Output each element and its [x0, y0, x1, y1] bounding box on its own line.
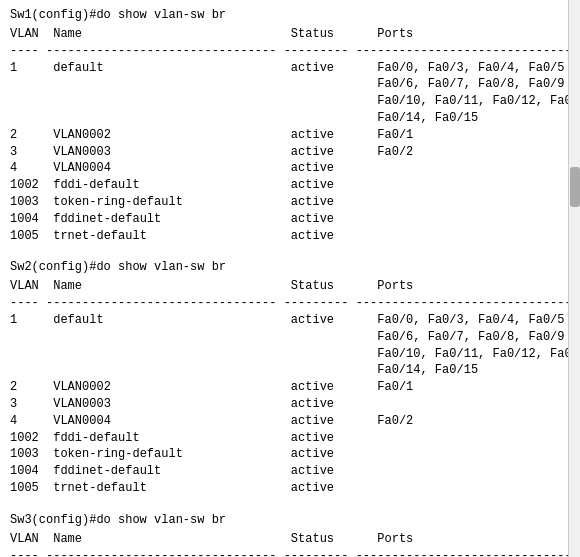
row-vlan: 1005 — [10, 481, 53, 495]
row-vlan: 1002 — [10, 431, 53, 445]
row-vlan: 2 — [10, 380, 53, 394]
header-vlan: VLAN — [10, 532, 53, 546]
row-status: active — [291, 397, 377, 411]
command-line-2: Sw2(config)#do show vlan-sw br — [10, 260, 570, 274]
row-ports: Fa0/1 — [377, 380, 413, 394]
row-status: active — [291, 313, 377, 327]
row-status: active — [291, 431, 377, 445]
header-status: Status — [291, 27, 377, 41]
row-name: default — [53, 313, 291, 327]
header-name: Name — [53, 279, 291, 293]
row-status: active — [291, 178, 377, 192]
row-ports: Fa0/0, Fa0/3, Fa0/4, Fa0/5 — [377, 313, 564, 327]
row-vlan: 1004 — [10, 464, 53, 478]
row-vlan: 2 — [10, 128, 53, 142]
scrollbar-thumb[interactable] — [570, 167, 580, 207]
row-vlan: 1002 — [10, 178, 53, 192]
row-status: active — [291, 447, 377, 461]
row-status: active — [291, 464, 377, 478]
header-name: Name — [53, 27, 291, 41]
row-extra-ports: Fa0/6, Fa0/7, Fa0/8, Fa0/9 — [10, 77, 565, 91]
row-extra-ports: Fa0/10, Fa0/11, Fa0/12, Fa0/13 — [10, 94, 580, 108]
row-name: default — [53, 61, 291, 75]
scrollbar[interactable] — [568, 0, 580, 557]
divider: ---- -------------------------------- --… — [10, 44, 579, 58]
row-vlan: 1005 — [10, 229, 53, 243]
row-name: VLAN0004 — [53, 414, 291, 428]
row-vlan: 1 — [10, 61, 53, 75]
row-status: active — [291, 229, 377, 243]
header-vlan: VLAN — [10, 279, 53, 293]
row-name: VLAN0003 — [53, 397, 291, 411]
row-status: active — [291, 161, 377, 175]
row-vlan: 3 — [10, 145, 53, 159]
row-status: active — [291, 195, 377, 209]
header-ports: Ports — [377, 279, 413, 293]
row-extra-ports: Fa0/6, Fa0/7, Fa0/8, Fa0/9 — [10, 330, 565, 344]
divider: ---- -------------------------------- --… — [10, 296, 579, 310]
output-table-2: VLAN Name Status Ports ---- ------------… — [10, 278, 570, 496]
row-status: active — [291, 414, 377, 428]
row-name: VLAN0002 — [53, 380, 291, 394]
divider: ---- -------------------------------- --… — [10, 549, 579, 557]
row-extra-ports: Fa0/14, Fa0/15 — [10, 363, 478, 377]
row-name: VLAN0002 — [53, 128, 291, 142]
row-status: active — [291, 212, 377, 226]
command-line-3: Sw3(config)#do show vlan-sw br — [10, 513, 570, 527]
row-name: VLAN0003 — [53, 145, 291, 159]
row-extra-ports: Fa0/14, Fa0/15 — [10, 111, 478, 125]
row-status: active — [291, 128, 377, 142]
header-name: Name — [53, 532, 291, 546]
row-name: token-ring-default — [53, 195, 291, 209]
row-vlan: 3 — [10, 397, 53, 411]
row-status: active — [291, 380, 377, 394]
row-status: active — [291, 145, 377, 159]
terminal-block-1: Sw1(config)#do show vlan-sw brVLAN Name … — [10, 8, 570, 244]
row-vlan: 4 — [10, 414, 53, 428]
row-vlan: 1004 — [10, 212, 53, 226]
row-ports: Fa0/2 — [377, 145, 413, 159]
row-name: fddinet-default — [53, 212, 291, 226]
row-extra-ports: Fa0/10, Fa0/11, Fa0/12, Fa0/13 — [10, 347, 580, 361]
row-name: trnet-default — [53, 481, 291, 495]
header-ports: Ports — [377, 532, 413, 546]
row-name: trnet-default — [53, 229, 291, 243]
row-status: active — [291, 481, 377, 495]
row-vlan: 4 — [10, 161, 53, 175]
row-name: fddinet-default — [53, 464, 291, 478]
command-line-1: Sw1(config)#do show vlan-sw br — [10, 8, 570, 22]
row-name: VLAN0004 — [53, 161, 291, 175]
row-vlan: 1003 — [10, 447, 53, 461]
header-vlan: VLAN — [10, 27, 53, 41]
row-ports: Fa0/0, Fa0/3, Fa0/4, Fa0/5 — [377, 61, 564, 75]
header-status: Status — [291, 532, 377, 546]
row-ports: Fa0/1 — [377, 128, 413, 142]
row-name: token-ring-default — [53, 447, 291, 461]
row-vlan: 1003 — [10, 195, 53, 209]
row-name: fddi-default — [53, 178, 291, 192]
output-table-1: VLAN Name Status Ports ---- ------------… — [10, 26, 570, 244]
header-ports: Ports — [377, 27, 413, 41]
header-status: Status — [291, 279, 377, 293]
row-vlan: 1 — [10, 313, 53, 327]
terminal-block-3: Sw3(config)#do show vlan-sw brVLAN Name … — [10, 513, 570, 557]
row-name: fddi-default — [53, 431, 291, 445]
terminal-block-2: Sw2(config)#do show vlan-sw brVLAN Name … — [10, 260, 570, 496]
row-status: active — [291, 61, 377, 75]
row-ports: Fa0/2 — [377, 414, 413, 428]
output-table-3: VLAN Name Status Ports ---- ------------… — [10, 531, 570, 557]
